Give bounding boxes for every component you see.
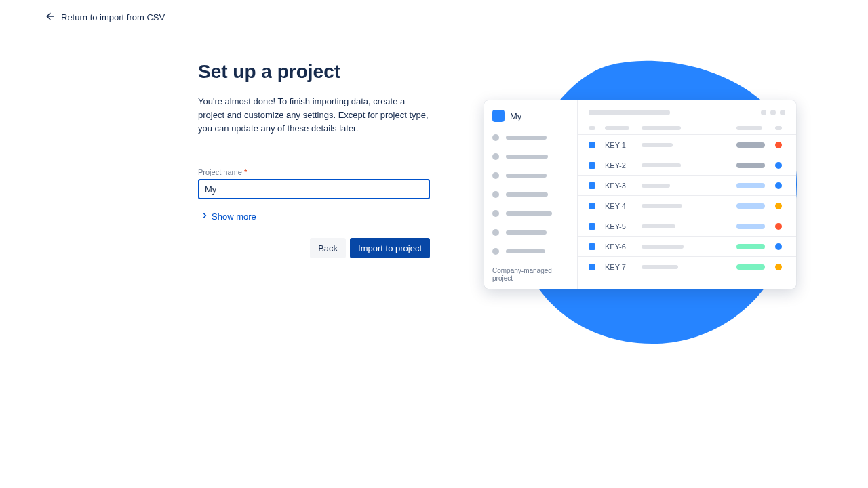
dot-icon: [761, 110, 766, 115]
issue-type-icon: [589, 142, 595, 148]
nav-dot-icon: [492, 153, 499, 160]
show-more-label: Show more: [212, 211, 256, 222]
status-pill: [736, 142, 765, 148]
issue-type-icon: [589, 182, 595, 189]
preview-nav-item: [492, 210, 569, 217]
preview-nav-item: [492, 248, 569, 255]
project-name-input[interactable]: [198, 179, 430, 199]
table-row: KEY-7: [578, 257, 796, 277]
nav-label-placeholder: [506, 155, 548, 159]
nav-dot-icon: [492, 210, 499, 217]
status-pill: [736, 244, 765, 249]
preview-title-placeholder: [589, 110, 670, 115]
dot-icon: [770, 110, 776, 115]
issue-type-icon: [589, 223, 595, 230]
summary-placeholder: [642, 245, 684, 249]
chevron-right-icon: [201, 211, 209, 222]
preview-sidebar: My Company-managed project: [484, 100, 578, 289]
nav-label-placeholder: [506, 249, 545, 253]
preview-project-header: My: [492, 110, 569, 122]
table-row: KEY-4: [578, 196, 796, 216]
status-pill: [736, 203, 765, 209]
nav-label-placeholder: [506, 174, 547, 178]
nav-dot-icon: [492, 191, 499, 198]
issue-type-icon: [589, 203, 595, 209]
import-to-project-button[interactable]: Import to project: [350, 238, 430, 258]
issue-key: KEY-1: [605, 141, 642, 149]
preview-nav-item: [492, 134, 569, 141]
status-pill: [736, 163, 765, 168]
table-row: KEY-3: [578, 176, 796, 196]
summary-placeholder: [642, 143, 673, 147]
page-title: Set up a project: [198, 61, 430, 83]
preview-project-name: My: [510, 111, 521, 121]
preview-table-header: [578, 122, 796, 135]
status-pill: [736, 264, 765, 270]
nav-dot-icon: [492, 172, 499, 179]
issue-key: KEY-2: [605, 161, 642, 169]
issue-key: KEY-7: [605, 263, 642, 271]
preview-nav-item: [492, 229, 569, 236]
issue-type-icon: [589, 162, 595, 169]
summary-placeholder: [642, 163, 681, 167]
issue-type-icon: [589, 243, 595, 250]
col-placeholder: [736, 126, 762, 130]
issue-key: KEY-6: [605, 243, 642, 251]
nav-dot-icon: [492, 229, 499, 236]
project-name-label-row: Project name *: [198, 168, 430, 176]
col-placeholder: [642, 126, 681, 130]
assignee-dot-icon: [775, 162, 782, 169]
status-pill: [736, 183, 765, 188]
preview-header-dots: [761, 110, 785, 115]
project-name-label: Project name: [198, 168, 242, 176]
nav-dot-icon: [492, 134, 499, 141]
nav-label-placeholder: [506, 136, 547, 140]
preview-nav-item: [492, 153, 569, 160]
table-row: KEY-2: [578, 155, 796, 176]
summary-placeholder: [642, 184, 670, 188]
dot-icon: [780, 110, 785, 115]
issue-key: KEY-4: [605, 202, 642, 210]
nav-label-placeholder: [506, 211, 552, 216]
show-more-toggle[interactable]: Show more: [198, 211, 256, 222]
issue-type-icon: [589, 264, 595, 270]
arrow-left-icon: [45, 11, 56, 24]
form-column: Set up a project You're almost done! To …: [198, 61, 430, 258]
issue-key: KEY-3: [605, 182, 642, 190]
table-row: KEY-5: [578, 216, 796, 237]
assignee-dot-icon: [775, 223, 782, 230]
back-button[interactable]: Back: [310, 238, 346, 258]
status-pill: [736, 224, 765, 229]
preview-header-row: [578, 100, 796, 122]
assignee-dot-icon: [775, 203, 782, 209]
preview-column: My Company-managed project: [484, 61, 808, 258]
required-indicator: *: [244, 168, 247, 176]
project-avatar-icon: [492, 110, 505, 122]
assignee-dot-icon: [775, 264, 782, 270]
issue-key: KEY-5: [605, 222, 642, 230]
preview-footer-label: Company-managed project: [492, 267, 569, 282]
summary-placeholder: [642, 204, 682, 208]
preview-nav-item: [492, 191, 569, 198]
preview-card: My Company-managed project: [484, 100, 796, 289]
return-link-label: Return to import from CSV: [61, 12, 165, 22]
col-placeholder: [775, 126, 782, 130]
preview-content: KEY-1KEY-2KEY-3KEY-4KEY-5KEY-6KEY-7: [578, 100, 796, 289]
nav-label-placeholder: [506, 230, 547, 235]
assignee-dot-icon: [775, 243, 782, 250]
page-description: You're almost done! To finish importing …: [198, 95, 430, 136]
nav-dot-icon: [492, 248, 499, 255]
assignee-dot-icon: [775, 142, 782, 148]
summary-placeholder: [642, 224, 675, 228]
preview-nav-item: [492, 172, 569, 179]
col-placeholder: [605, 126, 629, 130]
summary-placeholder: [642, 265, 678, 269]
return-link[interactable]: Return to import from CSV: [45, 11, 165, 24]
col-placeholder: [589, 126, 595, 130]
nav-label-placeholder: [506, 192, 548, 197]
table-row: KEY-6: [578, 237, 796, 257]
assignee-dot-icon: [775, 182, 782, 189]
table-row: KEY-1: [578, 135, 796, 155]
